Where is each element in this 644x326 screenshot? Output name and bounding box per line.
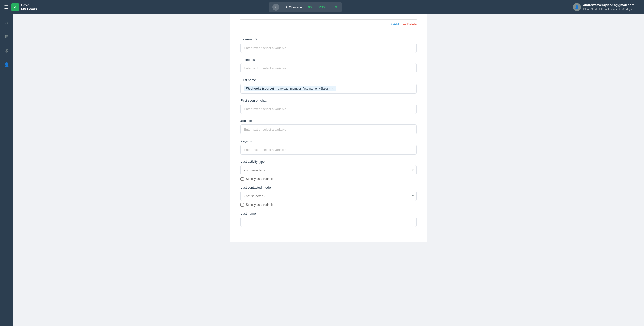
- keyword-input[interactable]: [240, 145, 417, 155]
- keyword-label: Keyword: [240, 139, 417, 143]
- first-name-label: First name: [240, 78, 417, 82]
- last-contacted-mode-select[interactable]: - not selected -: [240, 191, 417, 201]
- last-activity-type-checkbox[interactable]: [240, 177, 244, 181]
- sidebar-item-connections[interactable]: ⊞: [2, 32, 11, 41]
- last-activity-type-select[interactable]: - not selected -: [240, 165, 417, 175]
- external-id-input[interactable]: [240, 43, 417, 53]
- logo-text: Save My Leads.: [21, 3, 38, 11]
- last-activity-type-checkbox-label[interactable]: Specify as a variable: [246, 177, 274, 181]
- menu-icon[interactable]: ☰: [4, 4, 8, 10]
- leads-usage-badge: ℹ LEADS usage: 90 of 2'000 (5%): [269, 2, 342, 12]
- tag-remove-icon[interactable]: ✕: [332, 87, 334, 90]
- user-avatar: 👤: [573, 3, 581, 11]
- field-group-last-contacted-mode: Last contacted mode - not selected - ▾ S…: [240, 186, 417, 207]
- top-actions: + Add — Delete: [240, 20, 417, 31]
- chevron-down-icon[interactable]: ⌄: [637, 5, 640, 9]
- leads-label: LEADS usage:: [281, 5, 303, 9]
- last-contacted-mode-checkbox-label[interactable]: Specify as a variable: [246, 203, 274, 207]
- app-body: ⌂ ⊞ $ 👤 + Add — Delete External ID Faceb…: [0, 14, 644, 326]
- field-group-facebook: Facebook: [240, 58, 417, 73]
- last-activity-type-select-wrap: - not selected - ▾: [240, 165, 417, 175]
- last-contacted-mode-select-wrap: - not selected - ▾: [240, 191, 417, 201]
- tag-value: «Sales»: [319, 87, 330, 90]
- facebook-input[interactable]: [240, 63, 417, 73]
- tag-source: Webhooks (source): [246, 87, 274, 90]
- field-group-external-id: External ID: [240, 37, 417, 53]
- sidebar: ⌂ ⊞ $ 👤: [0, 14, 13, 326]
- user-plan: Plan | Start | left until payment 369 da…: [583, 7, 634, 11]
- leads-of: of: [314, 5, 316, 9]
- user-info: andrewsavemyleads@gmail.com Plan | Start…: [583, 3, 634, 11]
- field-group-last-activity-type: Last activity type - not selected - ▾ Sp…: [240, 160, 417, 181]
- header-left: ☰ ✓ Save My Leads.: [4, 3, 38, 11]
- header-right: 👤 andrewsavemyleads@gmail.com Plan | Sta…: [573, 3, 640, 11]
- main-content: + Add — Delete External ID Facebook Firs…: [13, 14, 644, 326]
- delete-button[interactable]: — Delete: [403, 22, 417, 26]
- leads-total: 2'000: [318, 5, 326, 9]
- last-name-label: Last name: [240, 212, 417, 215]
- leads-pct: (5%): [332, 5, 338, 9]
- tag-field: payload_member_first_name:: [278, 87, 318, 90]
- first-seen-input[interactable]: [240, 104, 417, 114]
- last-activity-type-label: Last activity type: [240, 160, 417, 164]
- field-group-first-name: First name Webhooks (source) | payload_m…: [240, 78, 417, 94]
- sidebar-item-home[interactable]: ⌂: [2, 18, 11, 27]
- last-contacted-mode-label: Last contacted mode: [240, 186, 417, 189]
- facebook-label: Facebook: [240, 58, 417, 62]
- first-name-tag: Webhooks (source) | payload_member_first…: [244, 86, 336, 91]
- job-title-label: Job title: [240, 119, 417, 123]
- external-id-label: External ID: [240, 37, 417, 41]
- leads-used: 90: [308, 5, 312, 9]
- info-icon: ℹ: [272, 4, 279, 11]
- last-contacted-mode-checkbox[interactable]: [240, 203, 244, 207]
- last-activity-type-checkbox-wrap: Specify as a variable: [240, 177, 417, 181]
- user-email: andrewsavemyleads@gmail.com: [583, 3, 634, 7]
- field-group-keyword: Keyword: [240, 139, 417, 155]
- field-group-job-title: Job title: [240, 119, 417, 134]
- job-title-input[interactable]: [240, 124, 417, 134]
- logo-wrap: ✓ Save My Leads.: [11, 3, 38, 11]
- first-name-tag-input[interactable]: Webhooks (source) | payload_member_first…: [240, 84, 417, 94]
- field-group-last-name: Last name: [240, 212, 417, 227]
- last-contacted-mode-checkbox-wrap: Specify as a variable: [240, 203, 417, 207]
- app-header: ☰ ✓ Save My Leads. ℹ LEADS usage: 90 of …: [0, 0, 644, 14]
- sidebar-item-profile[interactable]: 👤: [2, 60, 11, 69]
- add-button[interactable]: + Add: [390, 22, 399, 26]
- form-container: + Add — Delete External ID Facebook Firs…: [230, 14, 427, 242]
- first-seen-label: First seen on chat: [240, 99, 417, 102]
- tag-pipe: |: [275, 87, 276, 90]
- sidebar-item-billing[interactable]: $: [2, 46, 11, 55]
- logo-checkmark-icon: ✓: [11, 3, 19, 11]
- field-group-first-seen: First seen on chat: [240, 99, 417, 114]
- last-name-input[interactable]: [240, 217, 417, 227]
- header-center: ℹ LEADS usage: 90 of 2'000 (5%): [269, 2, 342, 12]
